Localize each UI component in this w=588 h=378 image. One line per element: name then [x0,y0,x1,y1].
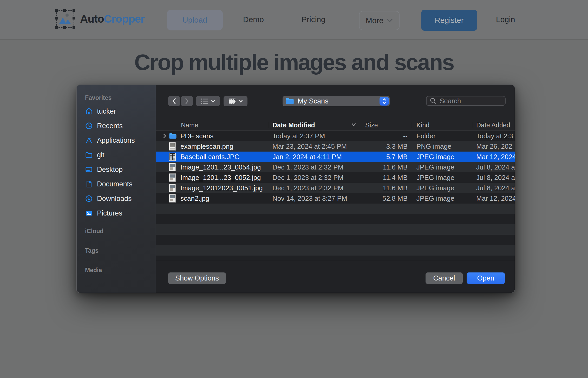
file-kind: PNG image [412,142,472,151]
column-separator [472,122,472,128]
file-date-added: Today at 2:3 [472,132,515,140]
file-date-added: Jul 8, 2024 a [472,184,515,192]
show-options-button[interactable]: Show Options [168,272,226,284]
nav-pricing-link[interactable]: Pricing [302,0,325,39]
nav-upload-button[interactable]: Upload [167,10,223,30]
folder-icon [169,133,177,139]
search-icon [430,97,436,104]
pictures-icon [85,209,93,217]
sidebar-section-tags: Tags [85,247,156,254]
sidebar-item-label: tucker [97,107,116,115]
file-kind: Folder [412,132,472,140]
column-separator [412,122,412,128]
file-size: 3.3 MB [362,142,412,151]
sidebar-item-git[interactable]: git [77,148,156,162]
empty-row-stripe [156,245,515,256]
file-kind: JPEG image [412,184,472,192]
column-header-name[interactable]: Name [181,121,198,129]
column-header-date-added[interactable]: Date Added [476,121,510,129]
file-date-modified: Today at 2:37 PM [268,132,362,140]
table-row-selected[interactable]: Baseball cards.JPG Jan 2, 2024 at 4:11 P… [156,152,515,162]
file-date-added: Mar 12, 2024 [472,194,515,203]
group-view-button[interactable] [224,96,247,106]
file-date-modified: Mar 23, 2024 at 2:45 PM [268,142,362,151]
file-kind: JPEG image [412,194,472,203]
column-header-date-modified[interactable]: Date Modified [272,121,315,129]
login-link[interactable]: Login [496,0,515,39]
file-name: Image_12012023_0051.jpg [180,184,263,192]
file-date-modified: Dec 1, 2023 at 2:32 PM [268,163,362,171]
desktop-icon [85,166,93,173]
scan-thumbnail-icon [169,142,177,151]
search-input[interactable] [439,97,500,105]
table-row[interactable]: PDF scans Today at 2:37 PM -- Folder Tod… [156,131,515,141]
back-button[interactable] [168,96,180,106]
appstore-icon [85,136,93,144]
file-name: Baseball cards.JPG [180,153,240,161]
crop-marks-logo-icon [56,10,74,28]
empty-row-stripe [156,256,515,261]
disclosure-chevron-icon[interactable] [163,133,169,139]
table-row[interactable]: Image_12012023_0051.jpg Dec 1, 2023 at 2… [156,183,515,193]
sidebar-item-pictures[interactable]: Pictures [77,206,156,220]
dialog-footer: Show Options Cancel Open [156,261,515,293]
chevron-down-icon [387,18,393,23]
search-field[interactable] [426,96,506,106]
empty-row-stripe [156,214,515,224]
file-date-added: Mar 26, 202 [472,142,515,151]
page-title: Crop multiple images and scans [0,49,588,75]
forward-button[interactable] [181,96,193,106]
cards-thumbnail-icon [169,153,177,161]
nav-more-button[interactable]: More [359,11,400,30]
nav-demo-link[interactable]: Demo [243,0,264,39]
file-kind: JPEG image [412,174,472,182]
file-kind: JPEG image [412,163,472,171]
brand-logo[interactable]: AutoCropper [56,10,145,28]
dialog-sidebar: Favorites tucker Recents [77,85,156,293]
file-size: 11.6 MB [362,163,412,171]
list-view-button[interactable] [196,96,220,106]
sort-chevron-down-icon [351,123,356,127]
file-size: 11.4 MB [362,174,412,182]
sidebar-item-label: Downloads [97,195,132,203]
sidebar-section-icloud: iCloud [85,228,156,235]
file-name: Image_1201...23_0054.jpg [180,163,261,171]
table-row[interactable]: Image_1201...23_0054.jpg Dec 1, 2023 at … [156,162,515,172]
photo-thumbnail-icon [169,194,177,203]
download-icon [85,195,93,203]
chevron-down-icon [211,100,215,103]
dialog-main: My Scans [156,85,515,293]
file-date-modified: Nov 14, 2023 at 3:27 PM [268,194,362,203]
open-button[interactable]: Open [467,272,505,284]
cancel-button[interactable]: Cancel [426,272,463,284]
table-row[interactable]: examplescan.png Mar 23, 2024 at 2:45 PM … [156,141,515,152]
sidebar-item-desktop[interactable]: Desktop [77,162,156,177]
photo-thumbnail-icon [169,184,177,192]
location-dropdown[interactable]: My Scans [283,96,390,106]
group-view-icon [228,97,236,105]
sidebar-item-label: Recents [97,122,123,130]
dialog-toolbar: My Scans [156,85,515,120]
empty-row-stripe [156,235,515,245]
table-row[interactable]: Image_1201...23_0052.jpg Dec 1, 2023 at … [156,172,515,183]
file-name: examplescan.png [180,142,233,151]
register-button[interactable]: Register [421,10,477,31]
dropdown-stepper-icon[interactable] [380,97,389,106]
up-down-chevrons-icon [382,97,387,105]
sidebar-item-label: Pictures [97,209,122,217]
file-name: scan2.jpg [180,194,209,203]
sidebar-item-tucker[interactable]: tucker [77,104,156,119]
column-header-kind[interactable]: Kind [416,121,429,129]
file-date-modified: Dec 1, 2023 at 2:32 PM [268,174,362,182]
sidebar-item-recents[interactable]: Recents [77,119,156,133]
sidebar-item-applications[interactable]: Applications [77,133,156,148]
file-size: -- [362,132,412,140]
clock-icon [85,122,93,130]
file-name: PDF scans [180,132,213,140]
column-header-size[interactable]: Size [365,121,378,129]
table-row[interactable]: scan2.jpg Nov 14, 2023 at 3:27 PM 52.8 M… [156,193,515,204]
sidebar-item-label: git [97,151,104,159]
sidebar-item-documents[interactable]: Documents [77,177,156,191]
sidebar-item-downloads[interactable]: Downloads [77,191,156,206]
file-size: 11.6 MB [362,184,412,192]
